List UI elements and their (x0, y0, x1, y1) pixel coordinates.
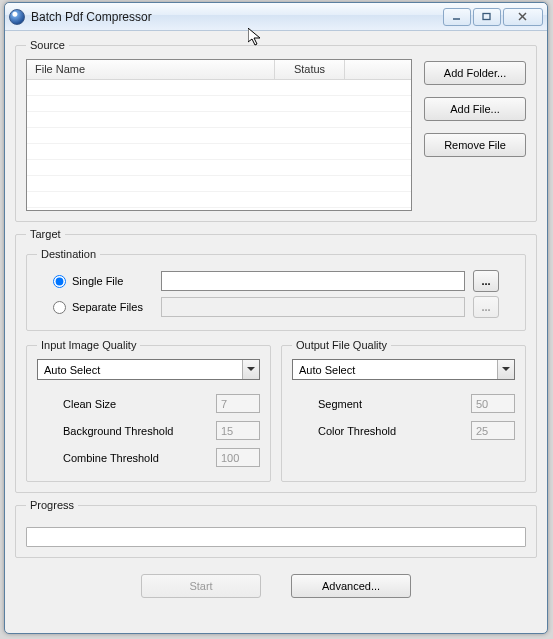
single-file-input[interactable] (161, 271, 465, 291)
add-file-button[interactable]: Add File... (424, 97, 526, 121)
single-file-browse-button[interactable]: ... (473, 270, 499, 292)
column-filename[interactable]: File Name (27, 60, 275, 79)
input-quality-select[interactable]: Auto Select (37, 359, 260, 380)
single-file-radio-label[interactable]: Single File (53, 275, 153, 288)
background-threshold-label: Background Threshold (63, 425, 208, 437)
progress-bar (26, 527, 526, 547)
source-legend: Source (26, 39, 69, 51)
separate-files-radio[interactable] (53, 301, 66, 314)
progress-group: Progress (15, 499, 537, 558)
progress-legend: Progress (26, 499, 78, 511)
maximize-button[interactable] (473, 8, 501, 26)
close-button[interactable] (503, 8, 543, 26)
color-threshold-value (471, 421, 515, 440)
file-list-body[interactable] (27, 80, 411, 210)
window-title: Batch Pdf Compressor (31, 10, 443, 24)
advanced-button[interactable]: Advanced... (291, 574, 411, 598)
color-threshold-label: Color Threshold (318, 425, 463, 437)
chevron-down-icon (242, 360, 259, 379)
add-folder-button[interactable]: Add Folder... (424, 61, 526, 85)
app-window: Batch Pdf Compressor Source File Name St… (4, 2, 548, 634)
svg-rect-1 (483, 13, 490, 19)
target-legend: Target (26, 228, 65, 240)
output-quality-select[interactable]: Auto Select (292, 359, 515, 380)
input-quality-legend: Input Image Quality (37, 339, 140, 351)
clean-size-label: Clean Size (63, 398, 208, 410)
clean-size-value (216, 394, 260, 413)
input-quality-group: Input Image Quality Auto Select Clean Si… (26, 339, 271, 482)
segment-value (471, 394, 515, 413)
titlebar[interactable]: Batch Pdf Compressor (5, 3, 547, 31)
separate-files-browse-button: ... (473, 296, 499, 318)
output-quality-group: Output File Quality Auto Select Segment … (281, 339, 526, 482)
target-group: Target Destination Single File ... (15, 228, 537, 493)
column-status[interactable]: Status (275, 60, 345, 79)
remove-file-button[interactable]: Remove File (424, 133, 526, 157)
output-quality-legend: Output File Quality (292, 339, 391, 351)
start-button: Start (141, 574, 261, 598)
file-list[interactable]: File Name Status (26, 59, 412, 211)
destination-group: Destination Single File ... Separate Fil… (26, 248, 526, 331)
destination-legend: Destination (37, 248, 100, 260)
separate-files-radio-label[interactable]: Separate Files (53, 301, 153, 314)
app-icon (9, 9, 25, 25)
footer-buttons: Start Advanced... (15, 564, 537, 602)
segment-label: Segment (318, 398, 463, 410)
column-spacer (345, 60, 411, 79)
source-group: Source File Name Status Add Folder... A (15, 39, 537, 222)
chevron-down-icon (497, 360, 514, 379)
separate-files-input (161, 297, 465, 317)
file-list-header: File Name Status (27, 60, 411, 80)
combine-threshold-label: Combine Threshold (63, 452, 208, 464)
minimize-button[interactable] (443, 8, 471, 26)
single-file-radio[interactable] (53, 275, 66, 288)
combine-threshold-value (216, 448, 260, 467)
background-threshold-value (216, 421, 260, 440)
